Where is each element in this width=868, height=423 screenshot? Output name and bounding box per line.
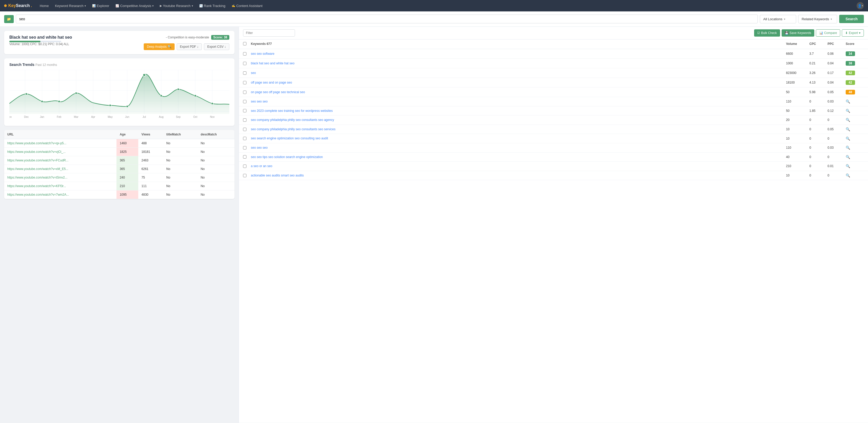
- url-link[interactable]: https://www.youtube.com/watch?v=KFf3r...: [7, 184, 66, 188]
- title-match-cell: No: [163, 156, 197, 165]
- row-checkbox[interactable]: [243, 81, 246, 84]
- row-checkbox[interactable]: [243, 71, 246, 75]
- export-button[interactable]: ⬇ Export ▾: [842, 29, 864, 37]
- search-button[interactable]: Search: [839, 15, 864, 23]
- svg-text:Apr: Apr: [91, 116, 95, 118]
- ppc-value: 0.05: [828, 90, 846, 94]
- row-checkbox[interactable]: [243, 146, 246, 149]
- save-keywords-button[interactable]: 💾 Save Keywords: [782, 29, 814, 37]
- keyword-link[interactable]: off page seo and on page seo: [251, 81, 292, 84]
- title-match-cell: No: [163, 173, 197, 182]
- nav-home[interactable]: Home: [37, 2, 51, 9]
- keyword-link[interactable]: seo company philadelphia philly seo cons…: [251, 118, 334, 122]
- row-checkbox[interactable]: [243, 100, 246, 103]
- keyword-link[interactable]: seo search engine optimization seo consu…: [251, 137, 328, 140]
- keyword-link[interactable]: seo seo seo: [251, 146, 268, 149]
- filter-input[interactable]: [243, 29, 295, 37]
- row-checkbox[interactable]: [243, 52, 246, 56]
- col-views: Views: [138, 130, 163, 139]
- location-select[interactable]: All Locations ▾: [760, 15, 796, 23]
- volume-value: 18100: [786, 81, 809, 84]
- url-link[interactable]: https://www.youtube.com/watch?v=vjCt_...: [7, 150, 66, 154]
- score-search-icon[interactable]: 🔍: [846, 99, 850, 103]
- user-avatar[interactable]: 👤 ▾: [857, 2, 864, 9]
- search-input[interactable]: [16, 14, 758, 23]
- row-checkbox[interactable]: [243, 109, 246, 112]
- score-search-icon[interactable]: 🔍: [846, 146, 850, 150]
- analysis-actions: Deep Analysis 🔍 Export PDF ↓ Export CSV …: [144, 43, 229, 50]
- score-search-icon[interactable]: 🔍: [846, 127, 850, 131]
- keyword-cell: seo 2023 complete seo training seo for w…: [251, 109, 786, 113]
- score-search-icon[interactable]: 🔍: [846, 164, 850, 168]
- keyword-type-label: Related Keywords: [802, 17, 829, 21]
- desc-match-cell: No: [198, 156, 235, 165]
- url-cell: https://www.youtube.com/watch?v=KFf3r...: [4, 182, 117, 190]
- nav-competitive-analysis[interactable]: 📈 Competitive Analysis ▾: [113, 2, 156, 9]
- nav-rank-tracking[interactable]: 📉 Rank Tracking: [197, 2, 228, 9]
- keyword-link[interactable]: on page seo off page seo technical seo: [251, 90, 305, 94]
- keyword-link[interactable]: seo seo software: [251, 52, 275, 56]
- score-search-icon[interactable]: 🔍: [846, 118, 850, 122]
- keyword-link[interactable]: actionable seo audits smart seo audits: [251, 174, 304, 177]
- keyword-link[interactable]: seo seo seo: [251, 100, 268, 103]
- keyword-link[interactable]: black hat seo and white hat seo: [251, 61, 294, 65]
- nav-explorer[interactable]: 📊 Explorer: [90, 2, 112, 9]
- list-item: seo 2023 complete seo training seo for w…: [239, 107, 868, 116]
- table-row: https://www.youtube.com/watch?v=KFf3r...…: [4, 182, 235, 190]
- svg-text:Oct: Oct: [193, 116, 197, 118]
- compare-button[interactable]: 📊 Compare: [816, 29, 840, 37]
- row-checkbox[interactable]: [243, 164, 246, 168]
- url-link[interactable]: https://www.youtube.com/watch?v=7wm2A...: [7, 193, 69, 197]
- chart-icon: 📊: [92, 4, 96, 7]
- url-cell: https://www.youtube.com/watch?v=FCudR...: [4, 156, 117, 165]
- row-checkbox[interactable]: [243, 91, 246, 94]
- table-row: https://www.youtube.com/watch?v=FCudR...…: [4, 156, 235, 165]
- score-search-icon[interactable]: 🔍: [846, 155, 850, 159]
- row-checkbox[interactable]: [243, 174, 246, 177]
- url-link[interactable]: https://www.youtube.com/watch?v=FCudR...: [7, 158, 68, 162]
- svg-text:Sep: Sep: [176, 116, 181, 118]
- bulk-check-button[interactable]: ☑ Bulk Check: [754, 29, 780, 37]
- list-item: on page seo off page seo technical seo 5…: [239, 87, 868, 97]
- table-row: https://www.youtube.com/watch?v=vjCt_...…: [4, 148, 235, 156]
- title-match-cell: No: [163, 165, 197, 173]
- url-link[interactable]: https://www.youtube.com/watch?v=xM_E5...: [7, 167, 68, 171]
- score-search-icon[interactable]: 🔍: [846, 173, 850, 178]
- keyword-link[interactable]: seo seo tips seo solution search engine …: [251, 155, 323, 159]
- nav-content-assistant[interactable]: ✍ Content Assistant: [229, 2, 265, 9]
- ppc-value: 0.04: [828, 81, 846, 84]
- row-checkbox[interactable]: [243, 137, 246, 140]
- row-checkbox[interactable]: [243, 155, 246, 158]
- logo[interactable]: KeySearch .: [4, 3, 32, 8]
- export-pdf-button[interactable]: Export PDF ↓: [177, 43, 202, 50]
- keyword-link[interactable]: seo 2023 complete seo training seo for w…: [251, 109, 333, 113]
- row-checkbox[interactable]: [243, 128, 246, 131]
- url-link[interactable]: https://www.youtube.com/watch?v=tSmv2...: [7, 176, 67, 179]
- deep-analysis-button[interactable]: Deep Analysis 🔍: [144, 43, 174, 50]
- export-csv-button[interactable]: Export CSV ↓: [204, 43, 229, 50]
- keyword-link[interactable]: seo company philadelphia philly seo cons…: [251, 127, 335, 131]
- col-score: Score: [846, 42, 864, 46]
- col-check: [243, 42, 251, 46]
- row-checkbox[interactable]: [243, 62, 246, 65]
- keyword-link[interactable]: seo: [251, 71, 256, 75]
- select-all-checkbox[interactable]: [243, 42, 246, 46]
- nav-youtube-research[interactable]: ▶ Youtube Research ▾: [157, 2, 195, 9]
- url-link[interactable]: https://www.youtube.com/watch?v=qx-p5...: [7, 142, 66, 145]
- volume-value: 110: [786, 100, 809, 103]
- list-item: seo search engine optimization seo consu…: [239, 134, 868, 143]
- title-match-cell: No: [163, 182, 197, 190]
- svg-text:Mar: Mar: [74, 116, 79, 118]
- folder-button[interactable]: 📁: [4, 15, 14, 23]
- score-search-icon[interactable]: 🔍: [846, 109, 850, 113]
- views-cell: 2463: [138, 156, 163, 165]
- url-cell: https://www.youtube.com/watch?v=qx-p5...: [4, 139, 117, 148]
- ppc-value: 0.03: [828, 100, 846, 103]
- row-checkbox[interactable]: [243, 118, 246, 122]
- keyword-type-select[interactable]: Related Keywords ▾: [798, 15, 837, 23]
- score-cell: 42: [846, 70, 864, 75]
- keyword-link[interactable]: a seo or an seo: [251, 164, 272, 168]
- content-icon: ✍: [231, 4, 235, 7]
- nav-keyword-research[interactable]: Keyword Research ▾: [53, 2, 89, 9]
- score-search-icon[interactable]: 🔍: [846, 137, 850, 141]
